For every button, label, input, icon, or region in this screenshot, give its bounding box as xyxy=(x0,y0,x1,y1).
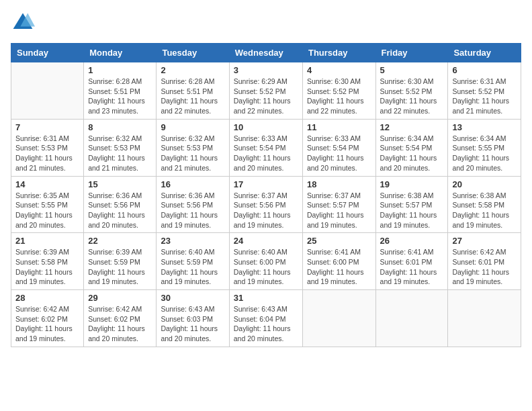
calendar-cell xyxy=(375,290,448,347)
day-number: 10 xyxy=(234,122,298,132)
calendar-week-2: 7Sunrise: 6:31 AM Sunset: 5:53 PM Daylig… xyxy=(11,119,521,176)
day-info: Sunrise: 6:34 AM Sunset: 5:55 PM Dayligh… xyxy=(452,134,517,173)
calendar-cell: 24Sunrise: 6:40 AM Sunset: 6:00 PM Dayli… xyxy=(229,233,302,290)
calendar-week-3: 14Sunrise: 6:35 AM Sunset: 5:55 PM Dayli… xyxy=(11,176,521,233)
day-info: Sunrise: 6:31 AM Sunset: 5:53 PM Dayligh… xyxy=(15,134,79,173)
day-info: Sunrise: 6:38 AM Sunset: 5:57 PM Dayligh… xyxy=(380,191,444,230)
calendar-cell: 8Sunrise: 6:32 AM Sunset: 5:53 PM Daylig… xyxy=(84,119,157,176)
day-info: Sunrise: 6:30 AM Sunset: 5:52 PM Dayligh… xyxy=(380,77,444,116)
weekday-header-tuesday: Tuesday xyxy=(157,44,229,62)
day-info: Sunrise: 6:32 AM Sunset: 5:53 PM Dayligh… xyxy=(88,134,152,173)
day-number: 28 xyxy=(15,293,79,303)
day-info: Sunrise: 6:42 AM Sunset: 6:02 PM Dayligh… xyxy=(15,304,79,344)
calendar-cell: 2Sunrise: 6:28 AM Sunset: 5:51 PM Daylig… xyxy=(157,62,229,120)
calendar-cell: 13Sunrise: 6:34 AM Sunset: 5:55 PM Dayli… xyxy=(448,119,521,176)
calendar-cell: 27Sunrise: 6:42 AM Sunset: 6:01 PM Dayli… xyxy=(448,233,521,290)
day-info: Sunrise: 6:33 AM Sunset: 5:54 PM Dayligh… xyxy=(234,134,298,173)
day-info: Sunrise: 6:29 AM Sunset: 5:52 PM Dayligh… xyxy=(234,77,298,116)
day-number: 23 xyxy=(161,236,224,246)
day-number: 31 xyxy=(234,293,298,303)
day-info: Sunrise: 6:40 AM Sunset: 5:59 PM Dayligh… xyxy=(161,247,224,287)
day-number: 14 xyxy=(15,179,79,189)
day-number: 8 xyxy=(88,122,152,132)
page-header xyxy=(11,11,521,35)
calendar-cell: 16Sunrise: 6:36 AM Sunset: 5:56 PM Dayli… xyxy=(157,176,229,233)
calendar-cell: 5Sunrise: 6:30 AM Sunset: 5:52 PM Daylig… xyxy=(375,62,448,120)
day-number: 12 xyxy=(380,122,444,132)
day-info: Sunrise: 6:30 AM Sunset: 5:52 PM Dayligh… xyxy=(307,77,371,116)
calendar-cell: 10Sunrise: 6:33 AM Sunset: 5:54 PM Dayli… xyxy=(229,119,302,176)
calendar-cell: 14Sunrise: 6:35 AM Sunset: 5:55 PM Dayli… xyxy=(11,176,84,233)
day-number: 16 xyxy=(161,179,224,189)
calendar-cell: 26Sunrise: 6:41 AM Sunset: 6:01 PM Dayli… xyxy=(375,233,448,290)
day-info: Sunrise: 6:42 AM Sunset: 6:02 PM Dayligh… xyxy=(88,304,152,344)
calendar-cell: 28Sunrise: 6:42 AM Sunset: 6:02 PM Dayli… xyxy=(11,290,84,347)
day-number: 6 xyxy=(452,65,517,75)
day-number: 5 xyxy=(380,65,444,75)
calendar-cell: 7Sunrise: 6:31 AM Sunset: 5:53 PM Daylig… xyxy=(11,119,84,176)
day-info: Sunrise: 6:37 AM Sunset: 5:57 PM Dayligh… xyxy=(307,191,371,230)
day-info: Sunrise: 6:32 AM Sunset: 5:53 PM Dayligh… xyxy=(161,134,224,173)
logo-icon xyxy=(11,11,35,35)
calendar-cell: 23Sunrise: 6:40 AM Sunset: 5:59 PM Dayli… xyxy=(157,233,229,290)
day-number: 24 xyxy=(234,236,298,246)
calendar-week-1: 1Sunrise: 6:28 AM Sunset: 5:51 PM Daylig… xyxy=(11,62,521,120)
day-info: Sunrise: 6:39 AM Sunset: 5:59 PM Dayligh… xyxy=(88,247,152,287)
calendar-cell: 6Sunrise: 6:31 AM Sunset: 5:52 PM Daylig… xyxy=(448,62,521,120)
calendar-cell: 31Sunrise: 6:43 AM Sunset: 6:04 PM Dayli… xyxy=(229,290,302,347)
day-number: 1 xyxy=(88,65,152,75)
day-number: 20 xyxy=(452,179,517,189)
day-number: 9 xyxy=(161,122,224,132)
day-number: 26 xyxy=(380,236,444,246)
day-number: 27 xyxy=(452,236,517,246)
calendar-cell: 17Sunrise: 6:37 AM Sunset: 5:56 PM Dayli… xyxy=(229,176,302,233)
calendar-week-4: 21Sunrise: 6:39 AM Sunset: 5:58 PM Dayli… xyxy=(11,233,521,290)
calendar-cell: 1Sunrise: 6:28 AM Sunset: 5:51 PM Daylig… xyxy=(84,62,157,120)
day-info: Sunrise: 6:37 AM Sunset: 5:56 PM Dayligh… xyxy=(234,191,298,230)
day-number: 18 xyxy=(307,179,371,189)
calendar-cell: 20Sunrise: 6:38 AM Sunset: 5:58 PM Dayli… xyxy=(448,176,521,233)
day-number: 25 xyxy=(307,236,371,246)
day-info: Sunrise: 6:41 AM Sunset: 6:01 PM Dayligh… xyxy=(380,247,444,287)
day-info: Sunrise: 6:42 AM Sunset: 6:01 PM Dayligh… xyxy=(452,247,517,287)
day-number: 30 xyxy=(161,293,224,303)
weekday-header-thursday: Thursday xyxy=(302,44,375,62)
calendar-cell: 3Sunrise: 6:29 AM Sunset: 5:52 PM Daylig… xyxy=(229,62,302,120)
day-info: Sunrise: 6:33 AM Sunset: 5:54 PM Dayligh… xyxy=(307,134,371,173)
day-info: Sunrise: 6:38 AM Sunset: 5:58 PM Dayligh… xyxy=(452,191,517,230)
day-info: Sunrise: 6:43 AM Sunset: 6:04 PM Dayligh… xyxy=(234,304,298,344)
day-number: 2 xyxy=(161,65,224,75)
day-info: Sunrise: 6:39 AM Sunset: 5:58 PM Dayligh… xyxy=(15,247,79,287)
day-number: 17 xyxy=(234,179,298,189)
day-number: 3 xyxy=(234,65,298,75)
day-info: Sunrise: 6:35 AM Sunset: 5:55 PM Dayligh… xyxy=(15,191,79,230)
calendar-week-5: 28Sunrise: 6:42 AM Sunset: 6:02 PM Dayli… xyxy=(11,290,521,347)
day-number: 21 xyxy=(15,236,79,246)
day-info: Sunrise: 6:28 AM Sunset: 5:51 PM Dayligh… xyxy=(161,77,224,116)
calendar-table: SundayMondayTuesdayWednesdayThursdayFrid… xyxy=(11,43,521,347)
calendar-cell xyxy=(11,62,84,120)
weekday-header-row: SundayMondayTuesdayWednesdayThursdayFrid… xyxy=(11,44,521,62)
day-info: Sunrise: 6:43 AM Sunset: 6:03 PM Dayligh… xyxy=(161,304,224,344)
calendar-cell: 25Sunrise: 6:41 AM Sunset: 6:00 PM Dayli… xyxy=(302,233,375,290)
calendar-cell: 9Sunrise: 6:32 AM Sunset: 5:53 PM Daylig… xyxy=(157,119,229,176)
day-info: Sunrise: 6:36 AM Sunset: 5:56 PM Dayligh… xyxy=(88,191,152,230)
day-number: 19 xyxy=(380,179,444,189)
day-info: Sunrise: 6:40 AM Sunset: 6:00 PM Dayligh… xyxy=(234,247,298,287)
calendar-cell: 22Sunrise: 6:39 AM Sunset: 5:59 PM Dayli… xyxy=(84,233,157,290)
calendar-cell: 21Sunrise: 6:39 AM Sunset: 5:58 PM Dayli… xyxy=(11,233,84,290)
day-number: 22 xyxy=(88,236,152,246)
calendar-cell: 12Sunrise: 6:34 AM Sunset: 5:54 PM Dayli… xyxy=(375,119,448,176)
day-info: Sunrise: 6:36 AM Sunset: 5:56 PM Dayligh… xyxy=(161,191,224,230)
calendar-cell: 15Sunrise: 6:36 AM Sunset: 5:56 PM Dayli… xyxy=(84,176,157,233)
calendar-cell: 4Sunrise: 6:30 AM Sunset: 5:52 PM Daylig… xyxy=(302,62,375,120)
day-info: Sunrise: 6:28 AM Sunset: 5:51 PM Dayligh… xyxy=(88,77,152,116)
weekday-header-wednesday: Wednesday xyxy=(229,44,302,62)
calendar-cell: 11Sunrise: 6:33 AM Sunset: 5:54 PM Dayli… xyxy=(302,119,375,176)
day-number: 7 xyxy=(15,122,79,132)
day-number: 11 xyxy=(307,122,371,132)
day-number: 29 xyxy=(88,293,152,303)
day-number: 15 xyxy=(88,179,152,189)
calendar-cell: 30Sunrise: 6:43 AM Sunset: 6:03 PM Dayli… xyxy=(157,290,229,347)
day-info: Sunrise: 6:34 AM Sunset: 5:54 PM Dayligh… xyxy=(380,134,444,173)
